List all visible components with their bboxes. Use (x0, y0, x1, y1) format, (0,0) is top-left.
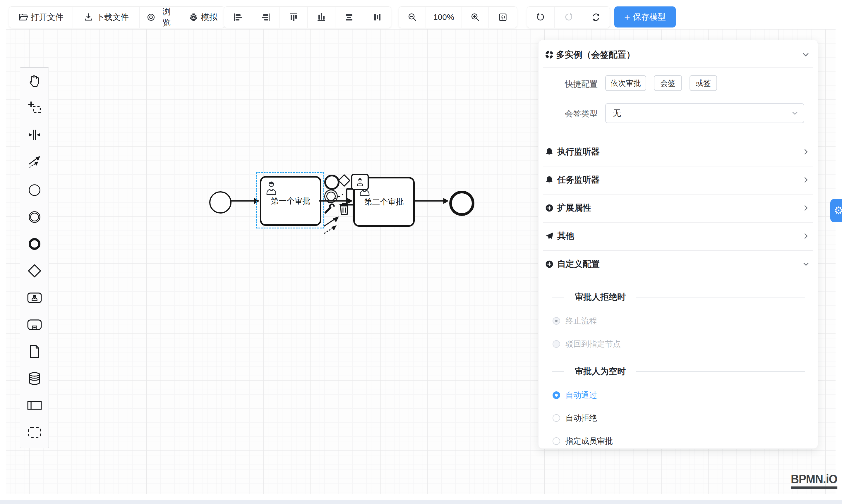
bell-icon (545, 176, 554, 184)
section-label: 扩展属性 (557, 202, 591, 214)
group-title: 审批人拒绝时 (575, 291, 626, 303)
group-icon (27, 425, 42, 440)
section-other[interactable]: 其他 (539, 222, 818, 250)
radio-circle (552, 414, 560, 422)
radio-label: 指定成员审批 (565, 436, 613, 446)
refresh-button[interactable] (582, 7, 610, 28)
or-sign-button[interactable]: 或签 (689, 75, 717, 91)
start-event-shape[interactable] (209, 191, 231, 214)
section-label: 任务监听器 (557, 174, 600, 186)
preview-label: 浏览 (159, 6, 174, 28)
wrench-icon[interactable] (323, 203, 336, 215)
create-group[interactable] (20, 419, 48, 446)
sequence-flow-3[interactable] (413, 200, 444, 201)
send-icon (545, 232, 554, 240)
group-divider-empty: 审批人为空时 (552, 367, 805, 376)
zoom-out-icon (407, 12, 417, 22)
undo-button[interactable] (527, 7, 555, 28)
create-gateway[interactable] (20, 257, 48, 284)
fit-viewport-icon (498, 12, 508, 22)
countersign-button[interactable]: 会签 (654, 75, 682, 91)
quick-config-label: 快捷配置 (565, 79, 598, 90)
simulate-button[interactable]: 模拟 (181, 7, 225, 28)
radio-label: 自动拒绝 (565, 413, 597, 423)
section-execution-listeners[interactable]: 执行监听器 (539, 138, 818, 166)
align-top-button[interactable] (280, 7, 308, 28)
radio-label: 自动通过 (565, 390, 597, 400)
chevron-right-icon (802, 232, 810, 240)
radio-label: 终止流程 (565, 316, 597, 326)
create-data-store[interactable] (20, 365, 48, 392)
sign-type-label: 会签类型 (565, 108, 598, 119)
divider (543, 67, 813, 68)
align-left-button[interactable] (224, 7, 252, 28)
radio-circle (552, 317, 560, 325)
open-file-label: 打开文件 (31, 12, 64, 23)
create-start-event[interactable] (20, 177, 48, 203)
append-gateway-icon[interactable] (337, 174, 351, 187)
end-event-icon (27, 236, 42, 252)
space-tool[interactable] (20, 121, 48, 148)
bpmn-logo[interactable]: BPMN.iO (791, 472, 837, 489)
connect-tool[interactable] (20, 148, 48, 175)
data-store-icon (27, 371, 42, 386)
chevron-down-icon[interactable] (801, 50, 810, 59)
open-file-button[interactable]: 打开文件 (9, 7, 73, 28)
trash-icon[interactable] (338, 202, 350, 215)
create-user-task[interactable] (20, 284, 48, 311)
zoom-toolbar-group: 100% (399, 6, 517, 28)
radio-auto-pass[interactable]: 自动通过 (552, 389, 597, 402)
end-event-shape[interactable] (449, 191, 474, 216)
task-label: 第一个审批 (271, 196, 311, 206)
create-subprocess[interactable] (20, 311, 48, 338)
radio-circle (552, 340, 560, 348)
align-bottom-button[interactable] (308, 7, 335, 28)
horizontal-scrollbar[interactable] (0, 500, 842, 504)
align-right-button[interactable] (252, 7, 280, 28)
create-participant-pool[interactable] (20, 392, 48, 419)
radio-assign-member[interactable]: 指定成员审批 (552, 435, 613, 448)
create-intermediate-event[interactable] (20, 203, 48, 231)
append-user-task-icon[interactable] (351, 174, 369, 190)
data-object-icon (27, 344, 42, 359)
fit-viewport-button[interactable] (489, 7, 517, 28)
radio-circle (552, 391, 560, 399)
section-task-listeners[interactable]: 任务监听器 (539, 166, 818, 194)
section-custom-config[interactable]: 自定义配置 (539, 250, 818, 278)
hand-tool[interactable] (20, 68, 48, 94)
download-file-label: 下载文件 (96, 12, 129, 23)
redo-icon (563, 12, 573, 22)
align-toolbar-group (224, 6, 391, 28)
align-bottom-icon (316, 12, 326, 22)
intermediate-event-icon (27, 210, 42, 224)
align-center-horizontal-button[interactable] (335, 7, 363, 28)
radio-auto-reject[interactable]: 自动拒绝 (552, 412, 597, 425)
connect-arrow-icon[interactable] (322, 215, 342, 236)
redo-button[interactable] (555, 7, 582, 28)
sign-type-select[interactable]: 无 (605, 103, 804, 123)
lasso-tool[interactable] (20, 94, 48, 121)
sign-type-value: 无 (606, 108, 621, 119)
align-top-icon (288, 12, 299, 22)
radio-return-to-node: 驳回到指定节点 (552, 338, 621, 350)
sequence-flow-1[interactable] (230, 200, 255, 201)
create-data-object[interactable] (20, 338, 48, 365)
sequential-approval-button[interactable]: 依次审批 (605, 75, 646, 91)
history-toolbar-group (527, 6, 610, 28)
task-label: 第二个审批 (364, 197, 404, 207)
settings-fab[interactable]: ⚙ (830, 199, 842, 222)
gear-icon: ⚙ (834, 204, 842, 217)
task-first-approval[interactable]: 第一个审批 (260, 176, 321, 226)
download-file-button[interactable]: 下载文件 (73, 7, 140, 28)
zoom-out-button[interactable] (399, 7, 426, 28)
plus-icon: + (624, 12, 630, 22)
zoom-in-button[interactable] (462, 7, 489, 28)
create-end-event[interactable] (20, 231, 48, 257)
align-center-vertical-button[interactable] (363, 7, 391, 28)
palette (20, 67, 49, 448)
save-model-button[interactable]: + 保存模型 (614, 6, 676, 28)
preview-button[interactable]: 浏览 (140, 7, 181, 28)
section-extended-properties[interactable]: 扩展属性 (539, 194, 818, 222)
zoom-level: 100% (426, 7, 462, 28)
subprocess-icon (27, 317, 42, 332)
